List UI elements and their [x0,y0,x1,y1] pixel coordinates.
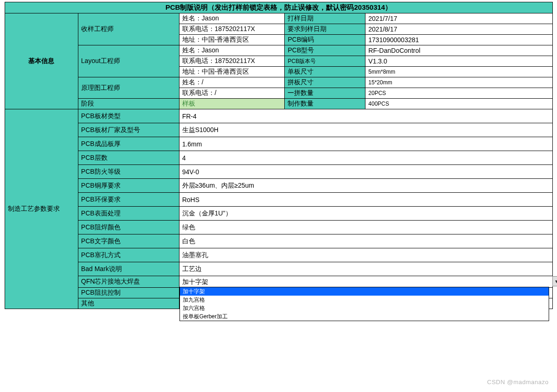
env-value: RoHS [179,193,552,207]
panel-size-label: 拼板尺寸 [285,77,365,88]
pcb-spec-table: PCB制版说明（发出打样前锁定表格，防止误修改，默认密码20350314） 基本… [5,2,553,309]
plug-value: 油墨塞孔 [179,248,552,262]
arrive-date-value: 2021/8/17 [365,24,553,35]
qfn-cell[interactable]: 加十字架 ▼ 加十字架 加九宫格 加六宫格 按单板Gerber加工 [179,276,552,288]
section-process-params: 制造工艺参数要求 [5,109,78,309]
layers-label: PCB层数 [78,151,179,165]
layers-value: 4 [179,151,552,165]
make-qty-value: 400PCS [365,99,553,109]
badmark-label: Bad Mark说明 [78,262,179,276]
layout-name: 姓名：Jason [179,45,285,56]
pcb-code-label: PCB编码 [285,35,365,45]
recv-name: 姓名：Jason [179,13,285,24]
qfn-dropdown-list[interactable]: 加十字架 加九宫格 加六宫格 按单板Gerber加工 [179,287,549,321]
single-size-label: 单板尺寸 [285,67,365,77]
material-type-value: FR-4 [179,109,552,123]
panel-size-value: 15*20mm [365,77,553,88]
make-qty-label: 制作数量 [285,99,365,109]
dropdown-arrow-icon[interactable]: ▼ [552,276,557,286]
per-panel-value: 20PCS [365,88,553,99]
arrive-date-label: 要求到样日期 [285,24,365,35]
surface-value: 沉金（金厚1U''） [179,207,552,221]
pcb-model-label: PCB型号 [285,45,365,56]
qfn-value: 加十字架 [182,278,208,285]
thickness-label: PCB成品板厚 [78,137,179,151]
material-vendor-value: 生益S1000H [179,123,552,137]
recv-addr: 地址：中国-香港西贡区 [179,35,285,45]
fire-label: PCB防火等级 [78,165,179,179]
env-label: PCB环保要求 [78,193,179,207]
fire-value: 94V-0 [179,165,552,179]
layout-engineer-label: Layout工程师 [78,45,179,77]
section-basic-info: 基本信息 [5,13,78,109]
pcb-version-value: V1.3.0 [365,56,553,67]
watermark: CSDN @madmanazo [487,379,549,386]
sample-date-label: 打样日期 [285,13,365,24]
dropdown-option[interactable]: 加九宫格 [180,296,549,304]
pcb-code-value: 17310900003281 [365,35,553,45]
receive-engineer-label: 收样工程师 [78,13,179,45]
layout-phone: 联系电话：1875202117X [179,56,285,67]
material-type-label: PCB板材类型 [78,109,179,123]
recv-phone: 联系电话：1875202117X [179,24,285,35]
schem-name: 姓名：/ [179,77,285,88]
stage-label: 阶段 [78,99,179,109]
plug-label: PCB塞孔方式 [78,248,179,262]
single-size-value: 5mm*8mm [365,67,553,77]
stage-value[interactable]: 样板 [179,99,285,109]
thickness-value: 1.6mm [179,137,552,151]
sample-date-value: 2021/7/17 [365,13,553,24]
schem-phone: 联系电话：/ [179,88,285,99]
material-vendor-label: PCB板材厂家及型号 [78,123,179,137]
copper-value: 外层≥36um、内层≥25um [179,179,552,193]
dropdown-option[interactable]: 加六宫格 [180,304,549,312]
badmark-value: 工艺边 [179,262,552,276]
silk-color-value: 白色 [179,234,552,248]
copper-label: PCB铜厚要求 [78,179,179,193]
page-title: PCB制版说明（发出打样前锁定表格，防止误修改，默认密码20350314） [5,2,553,13]
qfn-label: QFN芯片接地大焊盘 [78,276,179,288]
silk-color-label: PCB文字颜色 [78,234,179,248]
other-label: 其他 [78,298,179,309]
surface-label: PCB表面处理 [78,207,179,221]
mask-color-value: 绿色 [179,221,552,234]
pcb-version-label: PCB版本号 [285,56,365,67]
pcb-model-value: RF-DanDoControl [365,45,553,56]
layout-addr: 地址：中国-香港西贡区 [179,67,285,77]
per-panel-label: 一拼数量 [285,88,365,99]
dropdown-option[interactable]: 加十字架 [180,287,549,296]
schematic-engineer-label: 原理图工程师 [78,77,179,99]
dropdown-option[interactable]: 按单板Gerber加工 [180,312,549,321]
impedance-label: PCB阻抗控制 [78,288,179,298]
mask-color-label: PCB阻焊颜色 [78,221,179,234]
